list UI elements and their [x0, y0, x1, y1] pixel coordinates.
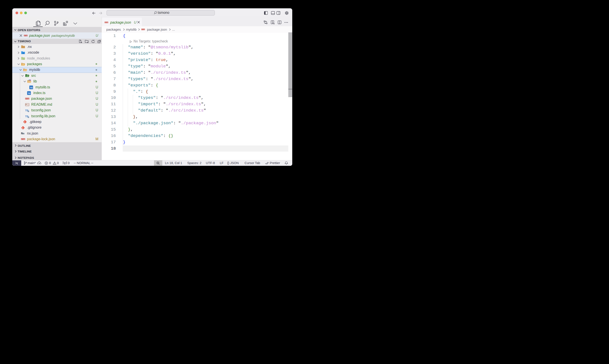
svg-text:</>: </>: [26, 75, 28, 77]
svg-text:JS: JS: [23, 58, 24, 59]
svg-text:N: N: [21, 132, 23, 135]
svg-text:TS: TS: [30, 86, 32, 89]
svg-text:TS: TS: [28, 92, 30, 94]
svg-text:x: x: [23, 132, 25, 135]
